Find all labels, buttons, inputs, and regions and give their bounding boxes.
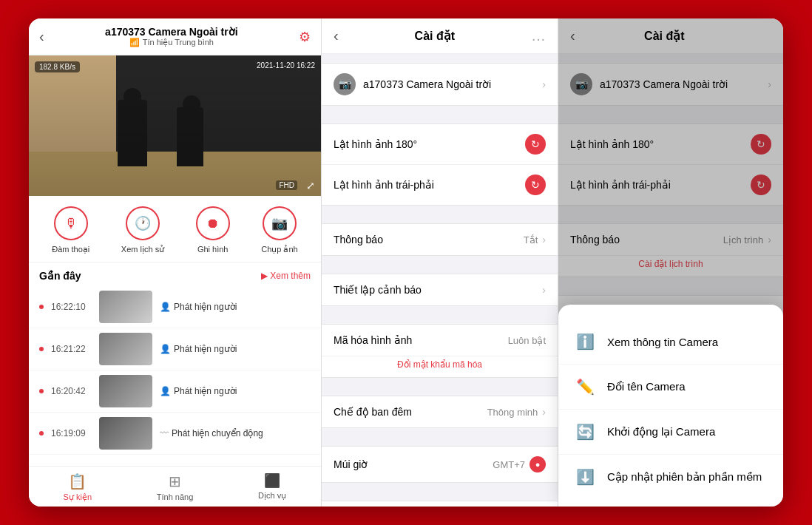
popup-rename-label: Đổi tên Camera [607, 380, 686, 393]
feed-timestamp: 2021-11-20 16:22 [257, 61, 315, 70]
camera-title-block: a170373 Camera Ngoài trời 📶 Tín hiệu Tru… [44, 26, 299, 47]
popup-update-label: Cập nhật phiên bản phần mềm [607, 470, 762, 484]
table-row[interactable]: 16:22:10 👤 Phát hiện người [29, 286, 321, 328]
section-spacer [322, 206, 558, 214]
action-snapshot[interactable]: 📷 Chụp ảnh [261, 206, 297, 254]
history-label: Xem lịch sử [121, 245, 164, 254]
record-label: Ghi hình [197, 245, 229, 254]
change-password-link[interactable]: Đổi mật khẩu mã hóa [322, 356, 558, 377]
section-spacer [322, 306, 558, 315]
timezone-section: Múi giờ GMT+7 ● [322, 446, 558, 483]
night-mode-value: Thông minh › [487, 406, 546, 418]
action-history[interactable]: 🕐 Xem lịch sử [121, 206, 164, 254]
alert-label: Thiết lập cảnh báo [334, 284, 422, 296]
encryption-row: Mã hóa hình ảnh Luôn bật [322, 325, 558, 356]
event-time: 16:20:42 [51, 386, 92, 396]
recent-title: Gần đây [39, 270, 81, 282]
table-row[interactable]: 16:20:42 👤 Phát hiện người [29, 370, 321, 413]
section-spacer [322, 106, 558, 115]
view-more-arrow: ▶ [261, 271, 268, 281]
flip-180-toggle[interactable]: ↻ [525, 134, 546, 155]
encryption-value: Luôn bật [508, 335, 546, 346]
middle-panel: ‹ Cài đặt … 📷 a170373 Camera Ngoài trời … [321, 18, 558, 507]
event-dot [39, 431, 44, 436]
camera-device-label: a170373 Camera Ngoài trời [363, 78, 491, 90]
features-nav-icon: ⊞ [169, 472, 181, 490]
event-time: 16:22:10 [51, 302, 92, 312]
nav-item-services[interactable]: ⬛ Dịch vụ [223, 467, 321, 507]
night-mode-row[interactable]: Chế độ ban đêm Thông minh › [322, 396, 558, 427]
services-nav-label: Dịch vụ [258, 491, 286, 501]
event-thumbnail [99, 417, 152, 450]
popup-item-rename[interactable]: ✏️ Đổi tên Camera [558, 365, 783, 410]
middle-more-button[interactable]: … [531, 27, 546, 44]
alert-section: Thiết lập cảnh báo › [322, 274, 558, 306]
signal-status: 📶 Tín hiệu Trung bình [129, 38, 214, 47]
alert-row[interactable]: Thiết lập cảnh báo › [322, 274, 558, 305]
event-dot [39, 347, 44, 351]
expand-icon[interactable]: ⤢ [306, 180, 315, 192]
feed-speed: 182.8 KB/s [35, 61, 80, 72]
record-icon: ⏺ [196, 206, 230, 240]
services-nav-icon: ⬛ [264, 472, 280, 489]
timezone-value: GMT+7 ● [493, 456, 546, 472]
person-icon: 👤 [160, 386, 171, 396]
action-talk[interactable]: 🎙 Đàm thoại [52, 206, 89, 254]
chevron-icon: › [542, 406, 546, 418]
person-icon: 👤 [160, 344, 171, 354]
flip-section: Lật hình ảnh 180° ↻ Lật hình ảnh trái-ph… [322, 123, 558, 206]
camera-row-item: 📷 a170373 Camera Ngoài trời [334, 73, 491, 95]
action-record[interactable]: ⏺ Ghi hình [196, 206, 230, 254]
feed-resolution: FHD [276, 180, 297, 190]
view-more-button[interactable]: ▶ Xem thêm [261, 271, 311, 281]
table-row[interactable]: 16:21:22 👤 Phát hiện người [29, 328, 321, 370]
wifi-icon: 📶 [129, 38, 140, 47]
left-panel: ‹ a170373 Camera Ngoài trời 📶 Tín hiệu T… [29, 18, 321, 507]
section-spacer [322, 428, 558, 437]
encryption-label: Mã hóa hình ảnh [334, 334, 412, 346]
notification-value: Tắt › [524, 234, 546, 245]
popup-item-info[interactable]: ℹ️ Xem thông tin Camera [558, 319, 783, 365]
thumb-img [99, 291, 152, 323]
nav-item-events[interactable]: 📋 Sự kiện [29, 467, 126, 507]
section-spacer [322, 378, 558, 387]
history-icon: 🕐 [126, 206, 160, 240]
thumb-img [99, 333, 152, 365]
timezone-row[interactable]: Múi giờ GMT+7 ● [322, 447, 558, 482]
date-format-row[interactable]: Định dạng ngày YYYY-MM-DD › [322, 501, 558, 507]
popup-info-label: Xem thông tin Camera [607, 336, 718, 348]
popup-item-restart[interactable]: 🔄 Khởi động lại Camera [558, 410, 783, 455]
table-row[interactable]: 16:19:09 〰 Phát hiện chuyển động [29, 413, 321, 455]
notification-row[interactable]: Thông báo Tắt › [322, 224, 558, 255]
nav-item-features[interactable]: ⊞ Tính năng [126, 467, 224, 507]
flip-lr-label: Lật hình ảnh trái-phải [334, 179, 434, 191]
event-label: 👤 Phát hiện người [160, 386, 237, 396]
flip-lr-row[interactable]: Lật hình ảnh trái-phải ↻ [322, 165, 558, 205]
camera-device-icon: 📷 [334, 73, 356, 95]
event-thumbnail [99, 375, 152, 407]
settings-camera-row[interactable]: 📷 a170373 Camera Ngoài trời › [322, 64, 558, 105]
popup-overlay[interactable]: ℹ️ Xem thông tin Camera ✏️ Đổi tên Camer… [558, 18, 783, 507]
back-button[interactable]: ‹ [39, 28, 44, 45]
middle-back-button[interactable]: ‹ [334, 27, 339, 44]
right-panel: ‹ Cài đặt 📷 a170373 Camera Ngoài trời › [558, 18, 783, 507]
timezone-label: Múi giờ [334, 458, 368, 470]
events-nav-label: Sự kiện [64, 492, 92, 502]
view-more-label: Xem thêm [270, 271, 311, 281]
flip-180-label: Lật hình ảnh 180° [334, 138, 417, 150]
settings-camera-section: 📷 a170373 Camera Ngoài trời › [322, 63, 558, 106]
popup-item-update[interactable]: ⬇️ Cập nhật phiên bản phần mềm [558, 455, 783, 499]
motion-icon: 〰 [160, 428, 169, 438]
bottom-nav: 📋 Sự kiện ⊞ Tính năng ⬛ Dịch vụ [29, 466, 321, 507]
notification-section: Thông báo Tắt › [322, 223, 558, 256]
flip-180-row[interactable]: Lật hình ảnh 180° ↻ [322, 124, 558, 165]
settings-icon[interactable]: ⚙ [299, 29, 311, 45]
app-container: ‹ a170373 Camera Ngoài trời 📶 Tín hiệu T… [29, 18, 783, 507]
timezone-icon: ● [530, 456, 546, 472]
rename-icon: ✏️ [573, 375, 597, 399]
middle-panel-title: Cài đặt [339, 29, 531, 43]
thumb-img [99, 375, 152, 407]
event-thumbnail [99, 291, 152, 323]
flip-lr-toggle[interactable]: ↻ [525, 175, 546, 195]
event-label: 👤 Phát hiện người [160, 344, 237, 354]
